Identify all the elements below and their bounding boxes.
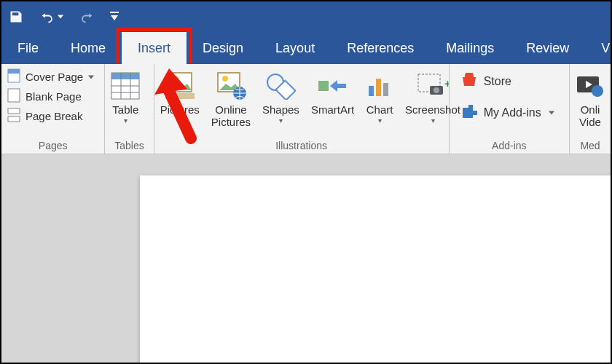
tab-design[interactable]: Design xyxy=(187,32,259,64)
group-illustrations: Pictures Online Pictures xyxy=(154,64,450,154)
addins-icon xyxy=(461,103,477,122)
tab-review[interactable]: Review xyxy=(510,32,585,64)
online-video-button[interactable]: Onli Vide xyxy=(570,66,611,139)
online-video-label-2: Vide xyxy=(579,116,601,128)
chart-button[interactable]: Chart ▾ xyxy=(360,66,399,139)
group-media: Onli Vide Med xyxy=(570,64,611,154)
group-tables: Table ▾ Tables xyxy=(105,64,154,154)
group-pages-label: Pages xyxy=(1,139,104,154)
chart-icon xyxy=(366,70,393,102)
online-pictures-icon xyxy=(215,70,247,102)
group-addins: Store My Add-ins Add-ins xyxy=(450,64,570,154)
smartart-label: SmartArt xyxy=(311,103,354,116)
pictures-button[interactable]: Pictures xyxy=(154,66,205,139)
tab-home[interactable]: Home xyxy=(55,32,122,64)
smartart-icon xyxy=(317,70,348,102)
my-addins-label: My Add-ins xyxy=(484,106,541,119)
chevron-down-icon: ▾ xyxy=(279,116,283,125)
tab-file[interactable]: File xyxy=(1,32,55,64)
page-break-icon xyxy=(7,108,20,124)
tab-insert-label: Insert xyxy=(138,41,170,56)
group-addins-label: Add-ins xyxy=(450,139,569,154)
online-pictures-button[interactable]: Online Pictures xyxy=(205,66,256,139)
tab-mailings[interactable]: Mailings xyxy=(430,32,510,64)
svg-rect-14 xyxy=(165,93,195,99)
ribbon-insert: Cover Page Blank Page Page Break Pages xyxy=(1,64,611,154)
ribbon-tabs: File Home Insert Design Layout Reference… xyxy=(1,32,611,64)
blank-page-label: Blank Page xyxy=(26,90,82,103)
group-media-label: Med xyxy=(570,139,611,154)
store-label: Store xyxy=(484,75,511,88)
blank-page-icon xyxy=(7,88,20,105)
svg-point-13 xyxy=(173,76,178,82)
online-video-icon xyxy=(576,70,605,102)
online-pictures-label-2: Pictures xyxy=(211,116,251,128)
shapes-label: Shapes xyxy=(262,103,299,116)
save-icon[interactable] xyxy=(9,9,23,24)
customize-qat-icon[interactable] xyxy=(110,12,119,22)
svg-rect-19 xyxy=(276,81,296,100)
table-label: Table xyxy=(112,103,138,116)
tab-layout[interactable]: Layout xyxy=(259,32,331,64)
cover-page-button[interactable]: Cover Page xyxy=(7,68,94,85)
chevron-down-icon: ▾ xyxy=(431,116,435,125)
undo-icon[interactable] xyxy=(39,10,63,23)
svg-rect-0 xyxy=(110,12,119,13)
cover-page-label: Cover Page xyxy=(26,71,83,83)
group-pages: Cover Page Blank Page Page Break Pages xyxy=(1,64,105,154)
page-break-label: Page Break xyxy=(26,110,82,122)
table-button[interactable]: Table ▾ xyxy=(105,66,146,139)
tab-insert[interactable]: Insert xyxy=(122,32,187,64)
store-button[interactable]: Store xyxy=(461,73,555,90)
tab-references[interactable]: References xyxy=(331,32,430,64)
svg-rect-7 xyxy=(111,73,139,79)
redo-icon[interactable] xyxy=(79,10,94,23)
chart-label: Chart xyxy=(366,103,393,116)
smartart-button[interactable]: SmartArt xyxy=(305,66,360,139)
my-addins-button[interactable]: My Add-ins xyxy=(461,103,555,122)
pictures-icon xyxy=(164,70,196,102)
table-icon xyxy=(111,70,140,102)
chevron-down-icon: ▾ xyxy=(124,116,128,125)
svg-rect-21 xyxy=(369,86,374,96)
pictures-label: Pictures xyxy=(160,103,200,116)
svg-rect-28 xyxy=(463,108,473,118)
tab-view[interactable]: View xyxy=(585,32,612,64)
cover-page-icon xyxy=(7,68,20,85)
quick-access-toolbar xyxy=(1,1,611,32)
svg-point-32 xyxy=(592,85,603,97)
svg-rect-30 xyxy=(473,111,477,115)
online-video-label-1: Onli xyxy=(581,103,600,116)
screenshot-icon: + xyxy=(417,70,449,102)
document-page[interactable] xyxy=(140,175,612,364)
shapes-button[interactable]: Shapes ▾ xyxy=(256,66,305,139)
svg-rect-2 xyxy=(8,69,20,74)
store-icon xyxy=(461,73,477,90)
svg-rect-29 xyxy=(468,105,473,109)
svg-point-16 xyxy=(222,76,228,82)
svg-rect-22 xyxy=(376,79,381,96)
shapes-icon xyxy=(265,70,296,102)
chevron-down-icon xyxy=(548,110,555,116)
svg-rect-3 xyxy=(8,89,20,102)
svg-point-26 xyxy=(434,87,439,93)
group-tables-label: Tables xyxy=(105,139,153,154)
svg-rect-20 xyxy=(318,81,329,91)
group-illustrations-label: Illustrations xyxy=(154,139,449,154)
svg-rect-23 xyxy=(383,83,388,96)
svg-text:+: + xyxy=(444,77,449,90)
svg-rect-4 xyxy=(8,108,20,114)
online-pictures-label-1: Online xyxy=(215,103,246,116)
svg-rect-5 xyxy=(8,116,20,122)
chevron-down-icon: ▾ xyxy=(378,116,382,125)
page-break-button[interactable]: Page Break xyxy=(7,108,94,124)
chevron-down-icon xyxy=(88,74,94,80)
blank-page-button[interactable]: Blank Page xyxy=(7,88,94,105)
